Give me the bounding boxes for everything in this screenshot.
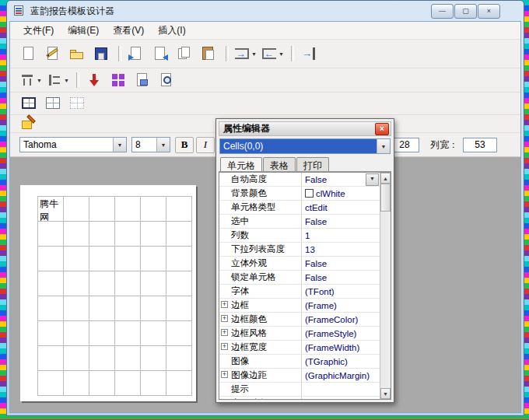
table-cell[interactable] <box>141 346 166 371</box>
property-row[interactable]: +边框颜色(FrameColor) <box>219 313 380 327</box>
table-cell[interactable] <box>38 346 64 371</box>
menu-edit[interactable]: 编辑(E) <box>61 22 106 40</box>
table-cell[interactable] <box>38 271 64 296</box>
table-cell[interactable] <box>141 222 166 247</box>
table-cell[interactable] <box>38 371 64 396</box>
property-row[interactable]: +边框宽度(FrameWidth) <box>219 341 380 355</box>
property-row[interactable]: 立体外观False <box>219 257 380 271</box>
property-row[interactable]: 图像(TGraphic) <box>219 355 380 369</box>
table-cell[interactable] <box>64 271 89 296</box>
property-value[interactable]: 1 <box>302 229 380 242</box>
menu-insert[interactable]: 插入(I) <box>151 22 192 40</box>
table-cell[interactable] <box>89 222 115 247</box>
dropdown-arrow-icon[interactable]: ▼ <box>251 51 257 57</box>
table-nogrid-button[interactable] <box>66 93 88 114</box>
table-cell[interactable] <box>166 371 192 396</box>
table-cell[interactable] <box>38 247 64 271</box>
red-down-arrow-button[interactable] <box>83 69 105 91</box>
table-cell[interactable] <box>166 271 192 296</box>
table-cell[interactable] <box>115 346 141 371</box>
dialog-title-bar[interactable]: 属性编辑器 × <box>219 121 391 136</box>
expand-icon[interactable]: + <box>221 315 228 322</box>
property-row[interactable]: +图像边距(GraphicMargin) <box>219 369 380 383</box>
insert-column-button[interactable]: ▼ <box>45 69 70 91</box>
property-grid-scrollbar[interactable]: ▲ ▼ <box>380 173 391 399</box>
property-row[interactable]: 单元格类型ctEdit <box>219 201 380 215</box>
property-value[interactable]: 13 <box>302 243 380 256</box>
font-family-select[interactable]: Tahoma ▼ <box>19 137 127 152</box>
font-size-dropdown-icon[interactable]: ▼ <box>156 138 170 152</box>
property-value[interactable]: (FrameColor) <box>302 313 380 326</box>
minimize-button[interactable]: — <box>431 4 454 19</box>
table-cell[interactable] <box>166 296 192 321</box>
property-value[interactable]: False <box>302 257 380 270</box>
expand-icon[interactable]: + <box>221 343 228 350</box>
scrollbar-thumb[interactable] <box>380 184 391 212</box>
table-cell[interactable] <box>115 222 141 247</box>
font-family-dropdown-icon[interactable]: ▼ <box>113 138 126 152</box>
merge-cells-button[interactable]: ▼ <box>233 43 257 65</box>
table-cell[interactable]: 腾牛网 <box>38 197 64 222</box>
tab-cell[interactable]: 单元格 <box>220 157 262 171</box>
dropdown-arrow-icon[interactable]: ▼ <box>279 51 284 57</box>
format-pencil-button[interactable] <box>18 113 40 135</box>
tab-print[interactable]: 打印 <box>296 157 329 171</box>
split-cells-button[interactable]: ▼ <box>260 43 285 65</box>
property-row[interactable]: 选中False <box>219 215 380 229</box>
property-value[interactable]: (Frame) <box>302 299 380 312</box>
property-row[interactable]: 自动高度False▼ <box>219 173 380 187</box>
table-cell[interactable] <box>64 321 89 346</box>
col-width-field[interactable]: 53 <box>463 138 497 152</box>
property-value[interactable]: False <box>302 271 380 284</box>
table-cell[interactable] <box>89 271 115 296</box>
property-value[interactable]: (TFont) <box>302 285 380 298</box>
menu-view[interactable]: 查看(V) <box>106 22 151 40</box>
property-value[interactable]: False▼ <box>302 173 380 186</box>
insert-field-button[interactable] <box>298 43 320 65</box>
title-bar[interactable]: 蓝韵报告模板设计器 — ▢ × <box>7 1 524 21</box>
property-value[interactable]: (GraphicMargin) <box>302 369 380 382</box>
table-cell[interactable] <box>64 247 89 271</box>
scroll-up-icon[interactable]: ▲ <box>380 173 391 184</box>
table-cell[interactable] <box>115 247 141 271</box>
property-row[interactable]: 字体(TFont) <box>219 285 380 299</box>
property-value[interactable]: (FrameStyle) <box>302 327 380 340</box>
table-cell[interactable] <box>115 197 141 222</box>
table-cell[interactable] <box>38 222 64 247</box>
property-row[interactable]: 列数1 <box>219 229 380 243</box>
table-cell[interactable] <box>89 371 115 396</box>
edit-pencil-button[interactable] <box>42 43 64 65</box>
report-page[interactable]: 腾牛网 <box>20 185 196 401</box>
table-cell[interactable] <box>38 321 64 346</box>
expand-icon[interactable]: + <box>221 371 228 378</box>
table-cell[interactable] <box>89 346 115 371</box>
table-cell[interactable] <box>141 321 166 346</box>
print-preview-button[interactable] <box>156 69 177 91</box>
tab-table[interactable]: 表格 <box>263 157 296 171</box>
table-cell[interactable] <box>115 296 141 321</box>
property-value[interactable]: (FrameWidth) <box>302 341 380 354</box>
table-cell[interactable] <box>115 271 141 296</box>
page-import-button[interactable] <box>149 43 171 65</box>
page-export-button[interactable] <box>125 43 147 65</box>
expand-icon[interactable]: + <box>221 301 228 308</box>
property-value[interactable]: clWhite <box>302 187 380 200</box>
property-row[interactable]: 锁定单元格False <box>219 271 380 285</box>
font-size-select[interactable]: 8 ▼ <box>131 137 170 152</box>
property-value[interactable] <box>302 383 380 396</box>
menu-file[interactable]: 文件(F) <box>16 22 61 40</box>
property-row[interactable]: 下拉列表高度13 <box>219 243 380 257</box>
dialog-close-button[interactable]: × <box>375 123 389 135</box>
grid-color-button[interactable] <box>107 69 129 91</box>
table-cell[interactable] <box>115 371 141 396</box>
table-cell[interactable] <box>38 296 64 321</box>
table-cell[interactable] <box>141 247 166 271</box>
dropdown-arrow-icon[interactable]: ▼ <box>64 78 69 83</box>
table-cell[interactable] <box>141 271 166 296</box>
table-cell[interactable] <box>89 296 115 321</box>
dropdown-arrow-icon[interactable]: ▼ <box>366 173 379 186</box>
table-cell[interactable] <box>64 371 89 396</box>
property-row[interactable]: +边框(Frame) <box>219 299 380 313</box>
property-value[interactable]: taLeftJustify <box>302 397 380 400</box>
property-row[interactable]: 背景颜色clWhite <box>219 187 380 201</box>
